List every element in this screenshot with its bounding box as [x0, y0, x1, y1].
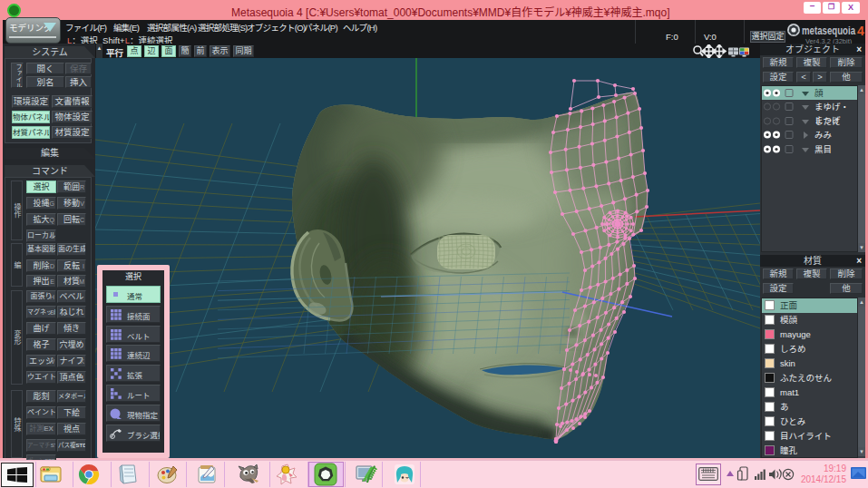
svg-text:4: 4: [857, 24, 864, 38]
svg-text:metasequoia: metasequoia: [802, 24, 855, 37]
